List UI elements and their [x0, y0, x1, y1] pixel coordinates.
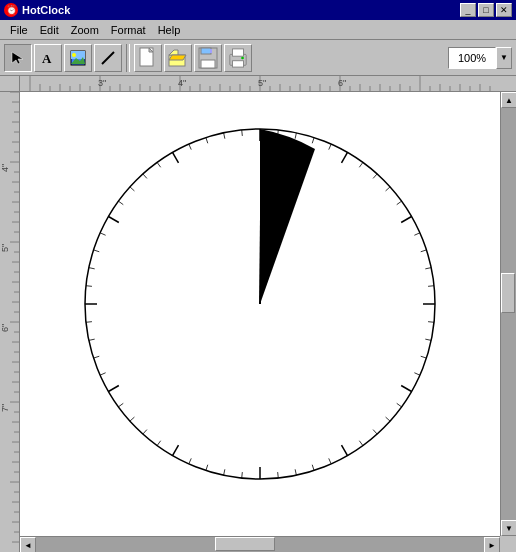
svg-text:4": 4" [178, 78, 186, 88]
svg-text:5": 5" [258, 78, 266, 88]
scroll-right-button[interactable]: ► [484, 537, 500, 552]
svg-text:7": 7" [0, 404, 10, 412]
scroll-track-h[interactable] [36, 537, 484, 552]
svg-text:5": 5" [0, 244, 10, 252]
canvas[interactable] [20, 92, 500, 536]
minimize-button[interactable]: _ [460, 3, 476, 17]
scrollbar-corner [500, 536, 516, 552]
svg-point-18 [241, 56, 244, 59]
svg-rect-12 [201, 48, 211, 54]
zoom-control: ▼ [448, 47, 512, 69]
scroll-thumb-h[interactable] [215, 537, 275, 551]
svg-rect-13 [201, 60, 215, 68]
title-bar: ⏰ HotClock _ □ ✕ [0, 0, 516, 20]
maximize-button[interactable]: □ [478, 3, 494, 17]
scroll-down-button[interactable]: ▼ [501, 520, 516, 536]
scroll-up-button[interactable]: ▲ [501, 92, 516, 108]
menu-format[interactable]: Format [105, 22, 152, 38]
scroll-thumb-v[interactable] [501, 273, 515, 313]
canvas-area: 4" 5" 6" [0, 92, 516, 552]
scroll-track-v[interactable] [501, 108, 516, 520]
svg-marker-0 [12, 52, 23, 64]
menu-bar: File Edit Zoom Format Help [0, 20, 516, 40]
scroll-left-button[interactable]: ◄ [20, 537, 36, 552]
svg-rect-14 [210, 49, 212, 53]
horizontal-scrollbar[interactable]: ◄ ► [20, 536, 500, 552]
line-tool[interactable] [94, 44, 122, 72]
svg-rect-16 [233, 48, 244, 55]
app-icon: ⏰ [4, 3, 18, 17]
svg-text:6": 6" [338, 78, 346, 88]
vertical-scrollbar[interactable]: ▲ ▼ [500, 92, 516, 536]
app-title: HotClock [22, 4, 70, 16]
zoom-input[interactable] [448, 47, 496, 69]
canvas-wrapper: ▲ ▼ ◄ ► [20, 92, 516, 552]
svg-text:4": 4" [0, 164, 10, 172]
close-button[interactable]: ✕ [496, 3, 512, 17]
menu-edit[interactable]: Edit [34, 22, 65, 38]
zoom-dropdown-arrow[interactable]: ▼ [496, 47, 512, 69]
menu-help[interactable]: Help [152, 22, 187, 38]
print-button[interactable] [224, 44, 252, 72]
vertical-ruler: 4" 5" 6" [0, 92, 20, 552]
vertical-ruler-svg: 4" 5" 6" [0, 92, 20, 552]
svg-text:6": 6" [0, 324, 10, 332]
horizontal-ruler: // Generate ruler marks inline 3" [20, 76, 516, 92]
svg-text:A: A [42, 51, 52, 66]
cursor-tool[interactable] [4, 44, 32, 72]
clock-display [20, 92, 500, 536]
window-controls: _ □ ✕ [460, 3, 512, 17]
workspace: // Generate ruler marks inline 3" [0, 76, 516, 552]
menu-zoom[interactable]: Zoom [65, 22, 105, 38]
image-tool[interactable] [64, 44, 92, 72]
menu-file[interactable]: File [4, 22, 34, 38]
svg-line-6 [102, 52, 114, 64]
open-button[interactable] [164, 44, 192, 72]
svg-point-4 [72, 53, 76, 57]
svg-rect-17 [233, 60, 244, 66]
new-button[interactable] [134, 44, 162, 72]
svg-text:3": 3" [98, 78, 106, 88]
horizontal-ruler-svg: // Generate ruler marks inline 3" [20, 76, 500, 92]
toolbar-separator-1 [126, 44, 130, 72]
ruler-corner [0, 76, 20, 92]
toolbar: A [0, 40, 516, 76]
save-button[interactable] [194, 44, 222, 72]
ruler-row: // Generate ruler marks inline 3" [0, 76, 516, 92]
text-tool[interactable]: A [34, 44, 62, 72]
